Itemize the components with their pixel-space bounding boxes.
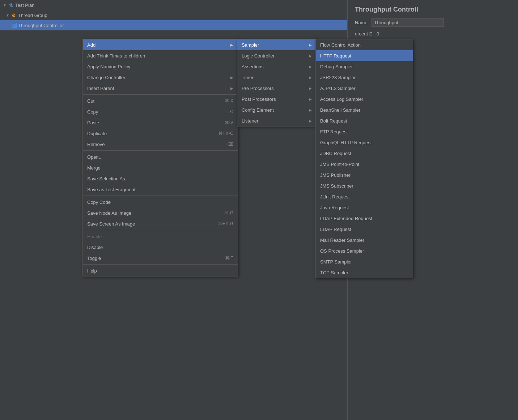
- expand-arrow: ▼: [3, 3, 7, 7]
- flask-icon: ⚗: [8, 2, 14, 8]
- menu-item-timer[interactable]: Timer▶: [237, 72, 316, 83]
- menu-item-save-selection[interactable]: Save Selection As...: [83, 173, 238, 184]
- percent-field-row: ercent E .0: [348, 29, 518, 39]
- panel-title: Throughput Controll: [348, 0, 518, 16]
- menu-item-duplicate[interactable]: Duplicate⌘+⇧-C: [83, 128, 238, 139]
- menu-item-add[interactable]: Add▶: [83, 39, 238, 50]
- tree-item-label: Throughput Controller: [18, 23, 64, 28]
- menu-item-jms-subscriber[interactable]: JMS Subscriber: [316, 180, 413, 191]
- name-field-row: Name:: [348, 16, 518, 29]
- menu-item-jsr223-sampler[interactable]: JSR223 Sampler: [316, 72, 413, 83]
- menu-item-add-think-times[interactable]: Add Think Times to children: [83, 50, 238, 61]
- context-menu-3: Flow Control ActionHTTP RequestDebug Sam…: [315, 39, 413, 278]
- menu-item-tcp-sampler[interactable]: TCP Sampler: [316, 267, 413, 278]
- tree-item-label: Test Plan: [15, 3, 34, 8]
- menu-item-jms-point[interactable]: JMS Point-to-Point: [316, 159, 413, 170]
- context-menu-2: Sampler▶Logic Controller▶Assertions▶Time…: [237, 39, 317, 127]
- menu-item-access-log-sampler[interactable]: Access Log Sampler: [316, 94, 413, 104]
- menu-item-toggle[interactable]: Toggle⌘-T: [83, 253, 238, 263]
- menu-item-save-screen-image[interactable]: Save Screen As Image⌘+⇧-G: [83, 218, 238, 229]
- menu-item-save-node-image[interactable]: Save Node As Image⌘-G: [83, 207, 238, 218]
- menu-item-smtp-sampler[interactable]: SMTP Sampler: [316, 256, 413, 267]
- percent-label: ercent E: [355, 31, 372, 37]
- menu-item-beanshell-sampler[interactable]: BeanShell Sampler: [316, 104, 413, 115]
- menu-item-ajp-sampler[interactable]: AJP/1.3 Sampler: [316, 83, 413, 94]
- menu-item-jms-publisher[interactable]: JMS Publisher: [316, 170, 413, 180]
- menu-item-open[interactable]: Open...: [83, 151, 238, 162]
- menu-item-graphql-request[interactable]: GraphQL HTTP Request: [316, 137, 413, 148]
- menu-item-copy[interactable]: Copy⌘-C: [83, 106, 238, 117]
- menu-separator: [83, 230, 238, 230]
- menu-item-remove[interactable]: Remove⌫: [83, 139, 238, 150]
- menu-item-post-processors[interactable]: Post Processors▶: [237, 94, 316, 104]
- menu-item-junit-request[interactable]: JUnit Request: [316, 191, 413, 202]
- tree-item-test-plan[interactable]: ▼ ⚗ Test Plan: [0, 0, 347, 10]
- menu-item-http-request[interactable]: HTTP Request: [316, 50, 413, 61]
- menu-item-java-request[interactable]: Java Request: [316, 202, 413, 213]
- menu-item-os-process[interactable]: OS Process Sampler: [316, 245, 413, 256]
- menu-item-mail-reader[interactable]: Mail Reader Sampler: [316, 235, 413, 245]
- name-label: Name:: [355, 20, 369, 25]
- menu-item-ldap-request[interactable]: LDAP Request: [316, 224, 413, 235]
- menu-item-copy-code[interactable]: Copy Code: [83, 197, 238, 207]
- menu-separator: [83, 94, 238, 95]
- menu-item-config-element[interactable]: Config Element▶: [237, 104, 316, 115]
- menu-item-ftp-request[interactable]: FTP Request: [316, 126, 413, 137]
- menu-item-enable[interactable]: Enable: [83, 231, 238, 242]
- menu-separator: [83, 264, 238, 265]
- menu-item-debug-sampler[interactable]: Debug Sampler: [316, 61, 413, 72]
- menu-item-change-controller[interactable]: Change Controller▶: [83, 72, 238, 83]
- menu-item-listener[interactable]: Listener▶: [237, 115, 316, 126]
- menu-item-apply-naming[interactable]: Apply Naming Policy: [83, 61, 238, 72]
- context-menu-1: Add▶Add Think Times to childrenApply Nam…: [82, 39, 238, 277]
- gear-icon: ⚙: [11, 12, 17, 18]
- menu-item-paste[interactable]: Paste⌘-V: [83, 117, 238, 128]
- menu-item-logic-controller[interactable]: Logic Controller▶: [237, 50, 316, 61]
- menu-item-bolt-request[interactable]: Bolt Request: [316, 115, 413, 126]
- menu-item-sampler[interactable]: Sampler▶: [237, 39, 316, 50]
- menu-item-jdbc-request[interactable]: JDBC Request: [316, 148, 413, 159]
- menu-item-pre-processors[interactable]: Pre Processors▶: [237, 83, 316, 94]
- menu-item-help[interactable]: Help: [83, 265, 238, 276]
- menu-item-cut[interactable]: Cut⌘-X: [83, 95, 238, 106]
- menu-item-assertions[interactable]: Assertions▶: [237, 61, 316, 72]
- menu-separator: [83, 196, 238, 196]
- percent-value: .0: [375, 31, 379, 37]
- menu-separator: [83, 150, 238, 151]
- menu-item-insert-parent[interactable]: Insert Parent▶: [83, 83, 238, 94]
- menu-item-save-fragment[interactable]: Save as Test Fragment: [83, 184, 238, 195]
- menu-item-disable[interactable]: Disable: [83, 242, 238, 253]
- menu-item-merge[interactable]: Merge: [83, 162, 238, 173]
- controller-icon: ▦: [12, 23, 17, 28]
- menu-item-ldap-extended[interactable]: LDAP Extended Request: [316, 213, 413, 224]
- menu-item-flow-control-action[interactable]: Flow Control Action: [316, 39, 413, 50]
- tree-item-thread-group[interactable]: ▼ ⚙ Thread Group: [0, 10, 347, 20]
- tree-item-label: Thread Group: [18, 13, 47, 18]
- expand-arrow: ▼: [6, 13, 9, 17]
- name-input[interactable]: [371, 18, 444, 27]
- tree-item-throughput-controller[interactable]: ▦ Throughput Controller: [0, 20, 347, 30]
